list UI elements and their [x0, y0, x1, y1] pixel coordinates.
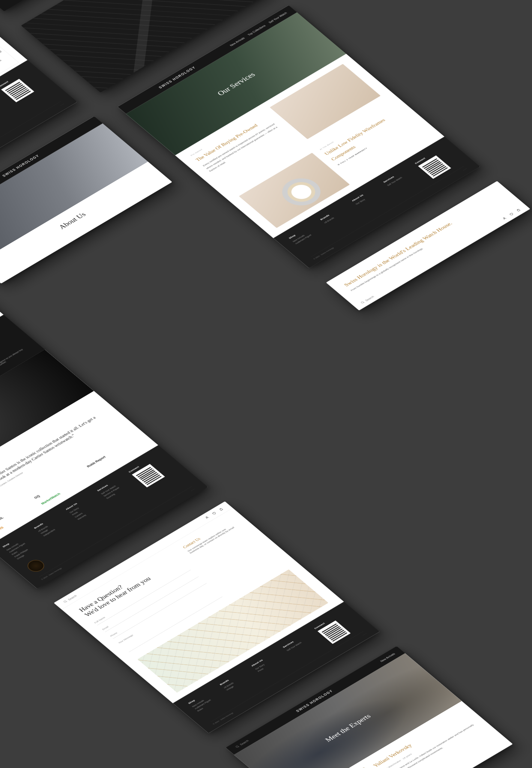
footer-link[interactable]: Vintage: [226, 674, 253, 691]
footer-link[interactable]: Service & Repair: [103, 480, 131, 497]
footer-link[interactable]: Press: [257, 655, 285, 672]
search-icon: [63, 600, 68, 604]
search-icon: [235, 745, 240, 749]
user-icon[interactable]: [204, 516, 210, 520]
bag-icon[interactable]: [218, 507, 224, 511]
nav-item[interactable]: New Arrivals: [380, 653, 396, 663]
svg-point-4: [235, 746, 238, 748]
user-icon[interactable]: [502, 217, 507, 220]
search-icon: [360, 300, 366, 304]
svg-point-2: [63, 600, 66, 602]
search[interactable]: Search: [235, 739, 250, 749]
footer-link[interactable]: Service & Repair: [0, 95, 0, 112]
bag-icon[interactable]: [516, 208, 521, 212]
heart-icon[interactable]: [509, 212, 514, 216]
footer-link[interactable]: Audemars Piguet: [194, 693, 222, 710]
heart-icon[interactable]: [211, 512, 217, 516]
page-about: Search SWISS HOROLOGY About Us: [0, 116, 172, 284]
isometric-stage: Shop New Arrivals Audemars Piguet Rolex …: [0, 0, 532, 768]
svg-point-7: [361, 301, 364, 303]
input-message[interactable]: Your Message: [116, 586, 222, 652]
brand-seal-icon: [24, 558, 47, 574]
expert-card: Yuliani Verkovsky Master Watchmaker · 18…: [291, 701, 513, 768]
footer-link[interactable]: Vintage: [40, 518, 68, 535]
brand-logo[interactable]: SWISS HOROLOGY: [295, 689, 334, 713]
footer-link[interactable]: Audemars Piguet: [294, 228, 322, 245]
